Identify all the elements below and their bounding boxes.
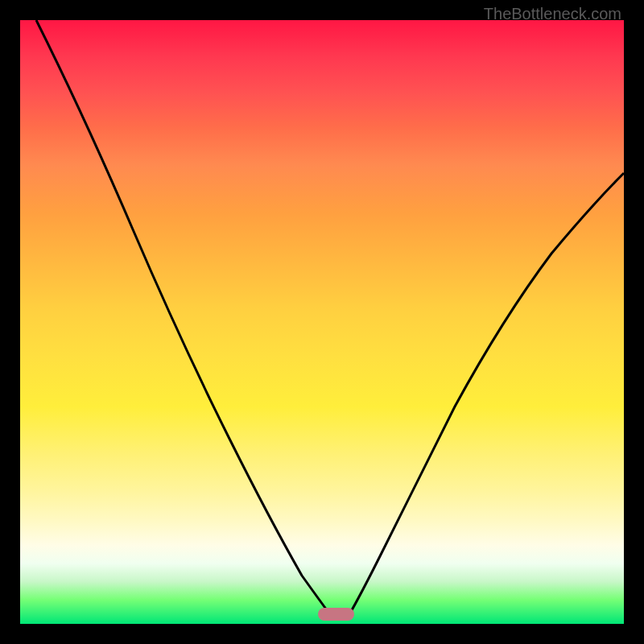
watermark-text: TheBottleneck.com bbox=[484, 5, 621, 23]
chart-area bbox=[20, 20, 624, 624]
curve-overlay bbox=[20, 20, 624, 624]
left-curve-path bbox=[36, 20, 334, 620]
optimal-marker bbox=[318, 608, 354, 621]
right-curve-path bbox=[346, 173, 624, 620]
